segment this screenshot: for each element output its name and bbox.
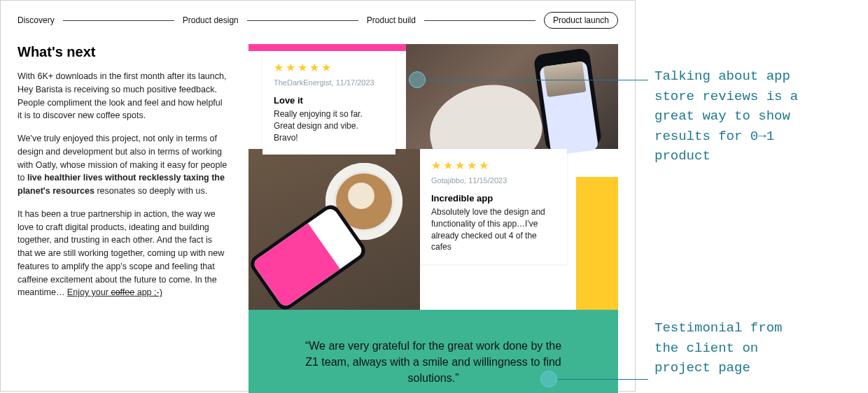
phone-screen [252, 206, 365, 308]
annotation-connector [426, 80, 648, 80]
stepper-item-discovery[interactable]: Discovery [18, 15, 55, 25]
annotation-line: product [654, 146, 864, 166]
review-title: Love it [274, 95, 384, 106]
text-column: What's next With 6K+ downloads in the fi… [18, 44, 227, 393]
paragraph: We've truly enjoyed this project, not on… [18, 132, 227, 198]
star-rating-icon: ★★★★★ [431, 159, 556, 172]
review-title: Incredible app [431, 193, 556, 203]
review-body: Absolutely love the design and functiona… [431, 206, 556, 253]
stepper-divider [63, 20, 174, 21]
review-body: Really enjoying it so far. Great design … [274, 108, 384, 143]
accent-block-yellow [576, 177, 618, 310]
photo-hand-holding-phone [406, 44, 618, 149]
annotation-line: results for 0→1 [654, 127, 864, 147]
stepper-divider [247, 20, 358, 21]
review-card: ★★★★★ TheDarkEnergist, 11/17/2023 Love i… [262, 51, 396, 155]
stepper-divider [424, 20, 536, 21]
text: It has been a true partnership in action… [18, 209, 224, 298]
annotation-line: project page [654, 358, 864, 378]
media-column: ★★★★★ TheDarkEnergist, 11/17/2023 Love i… [248, 44, 618, 393]
strikethrough-text: coffee [111, 287, 134, 297]
annotation-line: Talking about app [654, 66, 864, 87]
annotation-text: Testimonial from the client on project p… [654, 318, 864, 378]
annotation-line: the client on [654, 338, 864, 359]
phone-mockup [533, 48, 603, 152]
review-meta: TheDarkEnergist, 11/17/2023 [274, 78, 384, 87]
paragraph: With 6K+ downloads in the first month af… [18, 70, 227, 122]
review-card: ★★★★★ Gotajibbo, 11/15/2023 Incredible a… [420, 149, 567, 264]
text: Enjoy your [67, 287, 111, 297]
process-stepper: Discovery Product design Product build P… [18, 12, 618, 29]
phone-screen [539, 61, 598, 156]
photo-coffee-table [248, 149, 420, 310]
annotation-marker-icon [409, 71, 426, 88]
link-text[interactable]: Enjoy your coffee app ;-) [67, 287, 162, 297]
annotation-line: store reviews is a [654, 87, 864, 107]
text: resonates so deeply with us. [94, 186, 207, 196]
client-quote: “We are very grateful for the great work… [298, 338, 569, 387]
annotation-marker-icon [540, 371, 557, 387]
annotation-line: Testimonial from [654, 318, 864, 338]
stepper-item-product-design[interactable]: Product design [183, 15, 239, 25]
stepper-item-product-launch[interactable]: Product launch [544, 12, 618, 29]
text: app ;-) [134, 287, 162, 297]
review-meta: Gotajibbo, 11/15/2023 [431, 176, 556, 185]
main-content: What's next With 6K+ downloads in the fi… [18, 44, 618, 393]
case-study-page: Discovery Product design Product build P… [0, 0, 636, 392]
annotation-connector [557, 379, 648, 380]
accent-bar-pink [248, 44, 406, 51]
section-heading: What's next [18, 44, 227, 60]
annotation-line: great way to show [654, 106, 864, 127]
star-rating-icon: ★★★★★ [274, 61, 384, 74]
testimonial-block: “We are very grateful for the great work… [248, 310, 618, 393]
stepper-item-product-build[interactable]: Product build [367, 15, 416, 25]
annotation-text: Talking about app store reviews is a gre… [654, 66, 864, 166]
paragraph: It has been a true partnership in action… [18, 208, 227, 299]
